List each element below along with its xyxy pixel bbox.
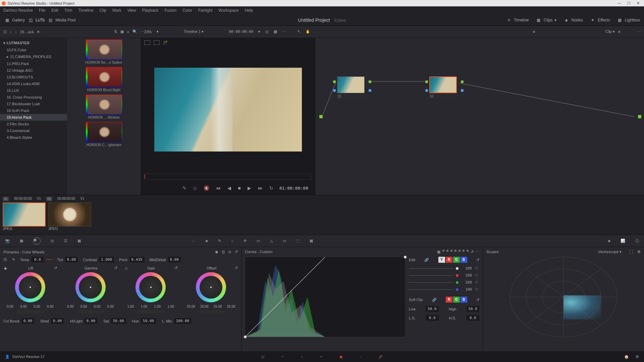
tree-item[interactable]: 3.Commercial xyxy=(0,127,67,134)
link-icon[interactable]: 🔗 xyxy=(424,258,429,262)
temp-value[interactable]: 0.0 xyxy=(31,257,44,262)
lift-reset-icon[interactable]: ↺ xyxy=(54,266,57,270)
clips-button[interactable]: ▦Clips ▾ xyxy=(536,17,557,23)
edit-page-icon[interactable]: ≡ xyxy=(301,355,303,359)
gallery-button[interactable]: ▦Gallery xyxy=(4,17,25,23)
mute-icon[interactable]: 🔇 xyxy=(204,185,209,191)
viewer-mode-icon[interactable] xyxy=(144,40,150,45)
lut-thumb[interactable]: HORROR Blood Night xyxy=(69,67,139,92)
softclip-g-button[interactable]: G xyxy=(453,297,460,303)
info-icon[interactable]: ⓘ xyxy=(635,238,639,243)
tree-item[interactable]: 11.PRO.Pack xyxy=(0,60,67,67)
color-match-icon[interactable]: ▦ xyxy=(20,239,23,243)
curves-mode-icon[interactable]: ▦ xyxy=(437,250,440,254)
next-clip-button[interactable]: ⏭ xyxy=(258,185,263,191)
menu-davinci[interactable]: DaVinci Resolve xyxy=(3,8,33,13)
white-point-picker-icon[interactable]: ◇ xyxy=(124,266,128,270)
log-mode-icon[interactable]: ◎ xyxy=(228,250,231,254)
graph-output-port[interactable] xyxy=(638,115,641,118)
scope-settings-icon[interactable]: ⚙ xyxy=(637,250,641,254)
contrast-value[interactable]: 1.000 xyxy=(99,257,114,262)
fairlight-page-icon[interactable]: ♪ xyxy=(360,355,362,359)
more-icon[interactable]: ⋯ xyxy=(141,29,144,34)
shad-value[interactable]: 0.00 xyxy=(51,318,64,324)
magic-mask-icon[interactable]: ▭ xyxy=(257,239,260,243)
picker-icon[interactable]: ✎ xyxy=(12,257,15,262)
tint-value[interactable]: 0.00 xyxy=(65,257,78,262)
node-graph[interactable]: 01 02 xyxy=(315,38,644,195)
stop-button[interactable]: ■ xyxy=(238,185,240,191)
blur-icon[interactable]: △ xyxy=(270,239,273,243)
tree-item[interactable]: 4.Bleach.Styles xyxy=(0,134,67,141)
softclip-b-button[interactable]: B xyxy=(461,297,467,303)
tree-item[interactable]: 2.Film.Stocks xyxy=(0,121,67,127)
list-view-icon[interactable]: ≡ xyxy=(127,30,129,34)
timeline-selector[interactable]: Timeline 1 ▾ xyxy=(184,29,204,34)
black-point-picker-icon[interactable]: ◆ xyxy=(3,266,7,270)
menu-timeline[interactable]: Timeline xyxy=(78,8,93,13)
ls-value[interactable]: 0.0 xyxy=(426,315,439,321)
menu-mark[interactable]: Mark xyxy=(112,8,121,13)
scope-expand-icon[interactable]: ⛶ xyxy=(629,250,633,254)
tree-item[interactable]: 17.Blockbuster Lush xyxy=(0,101,67,107)
zoom-level[interactable]: 23% xyxy=(144,30,152,34)
close-button[interactable]: ✕ xyxy=(637,1,640,5)
sat-value[interactable]: 50.00 xyxy=(111,318,126,324)
tree-item[interactable]: 18.SciFi Pack xyxy=(0,107,67,114)
edit-reset-icon[interactable]: ↺ xyxy=(476,258,479,262)
gamma-wheel[interactable] xyxy=(75,272,106,302)
gamma-master-slider[interactable] xyxy=(77,310,104,313)
hs-value[interactable]: 0.0 xyxy=(467,315,479,321)
viewer-timecode-in[interactable]: 00:00:00:00 xyxy=(229,29,253,34)
graph-input-port[interactable] xyxy=(319,115,323,118)
menu-view[interactable]: View xyxy=(127,8,136,13)
motion-effects-icon[interactable]: ▦ xyxy=(77,239,81,243)
grid-view-icon[interactable]: ▦ xyxy=(120,29,124,34)
hilight-value[interactable]: 0.00 xyxy=(85,318,98,324)
offset-reset-icon[interactable]: ↺ xyxy=(235,266,238,270)
low-value[interactable]: 50.0 xyxy=(426,306,439,312)
b-intensity-slider[interactable] xyxy=(409,289,453,290)
lmix-value[interactable]: 100.00 xyxy=(174,318,192,324)
node-02[interactable]: 02 xyxy=(429,76,460,99)
pivot-value[interactable]: 0.435 xyxy=(129,257,145,262)
bars-mode-icon[interactable]: ||| xyxy=(222,250,225,254)
settings-icon[interactable]: ⚙ xyxy=(636,355,639,359)
offset-wheel[interactable] xyxy=(196,272,226,302)
minimize-button[interactable]: — xyxy=(618,1,621,5)
tree-item[interactable]: 12.Vintage.ASC xyxy=(0,67,67,74)
graph-more-icon[interactable]: ⋯ xyxy=(637,29,641,34)
wheel-mode-icon[interactable]: ◉ xyxy=(215,250,218,254)
curves-more-icon[interactable]: ⋯ xyxy=(476,250,479,254)
cut-page-icon[interactable]: ✂ xyxy=(281,355,284,359)
menu-clip[interactable]: Clip xyxy=(99,8,106,13)
channel-r-button[interactable]: R xyxy=(446,257,452,263)
sizing-icon[interactable]: ⬚ xyxy=(296,239,300,243)
menu-fairlight[interactable]: Fairlight xyxy=(198,8,213,13)
curve-handle[interactable] xyxy=(404,256,407,258)
color-wheels-icon[interactable]: ◉ xyxy=(33,237,41,245)
tree-item-active[interactable]: 19.Horror Pack xyxy=(0,114,67,121)
rgb-mixer-icon[interactable]: ☰ xyxy=(64,239,67,243)
camera-raw-icon[interactable]: 📷 xyxy=(5,239,10,243)
tree-root[interactable]: ▾LUTMASTER xyxy=(0,40,67,47)
tree-item[interactable]: 13.BLOWOUTS xyxy=(0,74,67,80)
scopes-toggle-icon[interactable]: 📊 xyxy=(621,239,625,243)
window-icon[interactable]: ○ xyxy=(231,239,233,243)
lut-thumb[interactable]: HORROR ... Window xyxy=(69,95,139,119)
home-icon[interactable]: 🏠 xyxy=(624,355,629,359)
scrubber[interactable] xyxy=(144,174,312,180)
fusion-page-icon[interactable]: ✦ xyxy=(320,355,323,359)
timeline-button[interactable]: ≡Timeline xyxy=(506,17,529,23)
g-intensity-slider[interactable] xyxy=(409,282,453,283)
menu-trim[interactable]: Trim xyxy=(64,8,72,13)
hand-icon[interactable]: ✋ xyxy=(306,29,310,34)
clip-thumb[interactable]: JPEG xyxy=(3,202,46,231)
search-icon[interactable]: 🔍 xyxy=(132,29,137,34)
reset-icon[interactable]: ↺ xyxy=(475,280,479,285)
warper-icon[interactable]: ◈ xyxy=(205,239,208,243)
pointer-icon[interactable]: ↖ xyxy=(298,29,301,34)
offset-master-slider[interactable] xyxy=(198,310,224,313)
softclip-r-button[interactable]: R xyxy=(446,297,452,303)
curves-icon[interactable]: ⟋ xyxy=(192,239,195,243)
